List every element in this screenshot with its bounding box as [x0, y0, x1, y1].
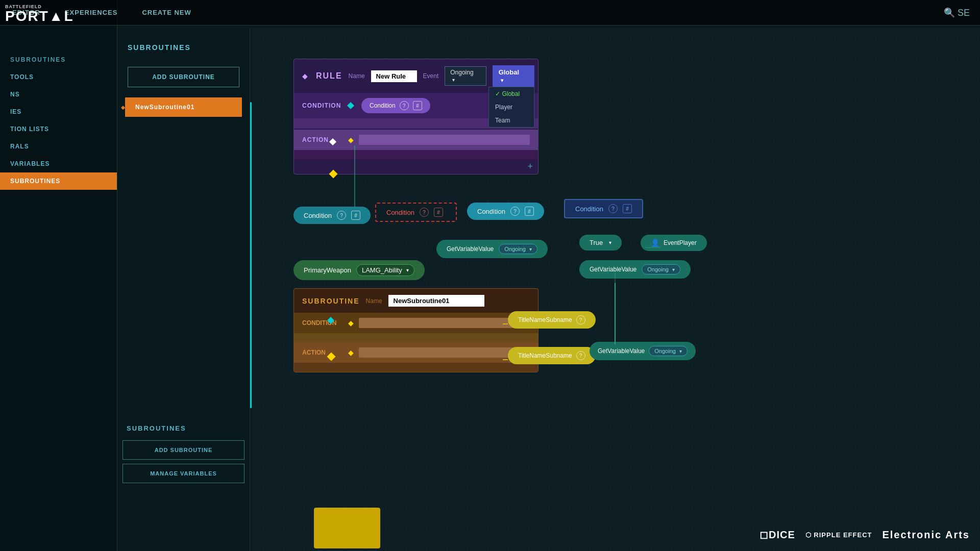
q-icon-3[interactable]: ? — [510, 207, 520, 216]
title-node-2-label: TitleNameSubname — [518, 352, 572, 359]
sub-name-label: Name — [366, 297, 382, 305]
subroutine-header: SUBROUTINE Name — [294, 289, 538, 313]
sub-action-label: ACTION — [302, 349, 343, 356]
action-bar-bottom — [294, 150, 538, 159]
float-condition-dark-blue[interactable]: Condition ? # — [564, 199, 643, 218]
rule-event-dropdown[interactable]: Ongoing ▾ — [445, 66, 486, 86]
float-condition-red-label: Condition — [386, 209, 414, 216]
subroutine-name-input[interactable] — [388, 295, 484, 307]
global-dropdown-container: Global ▾ Global Player Team — [493, 65, 534, 87]
event-value: Ongoing — [450, 69, 473, 76]
rule-name-label: Name — [349, 72, 365, 80]
ongoing-label: Ongoing — [504, 246, 526, 252]
true-dropdown[interactable]: True ▾ — [579, 235, 622, 251]
sub-section-label: SUBROUTINES — [117, 420, 250, 436]
option-team[interactable]: Team — [489, 114, 534, 127]
branding-footer: ◻DICE ⬡ RIPPLE EFFECT Electronic Arts — [760, 529, 970, 541]
sidebar-item-tion-lists[interactable]: TION LISTS — [0, 120, 117, 138]
lamg-dropdown[interactable]: LAMG_Ability ▾ — [356, 264, 414, 276]
dice-logo: ◻DICE — [760, 529, 795, 541]
person-icon: 👤 — [651, 239, 659, 247]
sub-condition-label: CONDITION — [302, 319, 343, 327]
sub-condition-bar — [359, 318, 530, 328]
rule-label: RULE — [316, 71, 342, 81]
ea-logo: Electronic Arts — [882, 529, 970, 541]
condition-diamond — [347, 102, 354, 109]
option-global[interactable]: Global — [489, 87, 534, 101]
sidebar-item-tools[interactable]: TOOLS — [0, 68, 117, 86]
caret-ongoing-3: ▾ — [679, 348, 682, 354]
get-variable-node[interactable]: GetVariableValue Ongoing ▾ — [436, 240, 548, 258]
q-icon-4[interactable]: ? — [608, 204, 618, 213]
caret-ongoing-2: ▾ — [672, 267, 675, 272]
subroutine-label: SUBROUTINE — [302, 297, 360, 305]
sidebar-item-subroutines[interactable]: SUBROUTINES — [0, 172, 117, 190]
primary-weapon-node[interactable]: PrimaryWeapon LAMG_Ability ▾ — [293, 260, 425, 280]
event-player-label: EventPlayer — [664, 239, 697, 246]
rule-block: ◆ RULE Name Event Ongoing ▾ Global ▾ Glo… — [293, 59, 538, 174]
rule-header: ◆ RULE Name Event Ongoing ▾ Global ▾ Glo… — [294, 59, 538, 93]
condition-node-label: Condition — [370, 102, 396, 109]
subroutines-title: SUBROUTINES — [117, 38, 250, 62]
hash-icon-2[interactable]: # — [434, 208, 443, 217]
ongoing-badge[interactable]: Ongoing ▾ — [499, 244, 537, 254]
question-icon[interactable]: ? — [400, 101, 409, 110]
nav-create-new[interactable]: CREATE NEW — [130, 9, 203, 16]
sub-action-spacer — [294, 363, 538, 372]
hash-icon[interactable]: # — [413, 101, 422, 110]
rule-diamond: ◆ — [302, 72, 308, 80]
get-variable-node-2[interactable]: GetVariableValue Ongoing ▾ — [579, 260, 691, 279]
hash-icon-1[interactable]: # — [351, 211, 360, 220]
get-var-green-node[interactable]: GetVariableValue Ongoing ▾ — [590, 342, 696, 360]
caret-lamg: ▾ — [406, 267, 409, 273]
ongoing-badge-2[interactable]: Ongoing ▾ — [642, 264, 680, 274]
hash-icon-3[interactable]: # — [525, 207, 534, 216]
float-condition-red[interactable]: Condition ? # — [375, 203, 457, 222]
sidebar-item-rals[interactable]: RALS — [0, 138, 117, 155]
title-node-1[interactable]: TitleNameSubname ? — [508, 311, 596, 329]
q-icon-1[interactable]: ? — [337, 211, 346, 220]
hash-icon-4[interactable]: # — [623, 204, 632, 213]
sidebar-item-ies[interactable]: IES — [0, 103, 117, 120]
q-icon-2[interactable]: ? — [420, 208, 429, 217]
global-dropdown[interactable]: Global ▾ — [493, 65, 534, 87]
caret-ongoing: ▾ — [529, 246, 532, 252]
manage-variables-button[interactable]: MANAGE VARIABLES — [122, 464, 244, 483]
get-var-label-2: GetVariableValue — [590, 266, 636, 273]
ongoing-badge-3[interactable]: Ongoing ▾ — [649, 346, 688, 356]
action-diamond-icon: ◆ — [348, 136, 354, 144]
scroll-indicator — [250, 102, 252, 408]
caret-down-icon-2: ▾ — [501, 78, 503, 83]
search-icon[interactable]: 🔍 SE — [944, 7, 970, 18]
title-node-2[interactable]: TitleNameSubname ? — [508, 347, 596, 364]
caret-down-icon: ▾ — [452, 77, 455, 83]
condition-node[interactable]: Condition ? # — [361, 98, 430, 113]
q-icon-title2[interactable]: ? — [576, 351, 585, 360]
option-player[interactable]: Player — [489, 101, 534, 114]
global-label: Global — [499, 68, 519, 76]
lamg-label: LAMG_Ability — [362, 266, 402, 274]
rule-name-input[interactable] — [371, 70, 417, 82]
subroutines-panel: SUBROUTINES ADD SUBROUTINE NewSubroutine… — [117, 28, 250, 551]
sub-action-diamond: ◆ — [348, 348, 354, 357]
sidebar-item-ns[interactable]: NS — [0, 86, 117, 103]
global-dropdown-menu: Global Player Team — [488, 87, 534, 128]
ongoing-label-2: Ongoing — [647, 266, 669, 272]
true-label: True — [590, 239, 603, 246]
sub-condition-diamond: ◆ — [348, 319, 354, 327]
action-bar — [359, 135, 530, 145]
sub-condition-spacer — [294, 333, 538, 342]
add-subroutine-button[interactable]: ADD SUBROUTINE — [128, 67, 239, 87]
bottom-add-subroutine-button[interactable]: ADD SUBROUTINE — [122, 440, 244, 460]
logo: BATTLEFIELD PORT▲L — [5, 4, 74, 23]
q-icon-title1[interactable]: ? — [576, 315, 585, 324]
event-player-node[interactable]: 👤 EventPlayer — [641, 235, 707, 251]
sidebar-item-variables[interactable]: VARIABLES — [0, 155, 117, 172]
float-condition-cyan[interactable]: Condition ? # — [293, 207, 371, 224]
sub-action-bar — [359, 347, 530, 358]
float-condition-db-label: Condition — [575, 205, 603, 213]
float-condition-light-blue[interactable]: Condition ? # — [467, 203, 544, 220]
sidebar-label: SUBROUTINES — [0, 51, 117, 68]
subroutine-item-01[interactable]: NewSubroutine01 — [125, 97, 242, 117]
get-var-label: GetVariableValue — [447, 245, 494, 253]
